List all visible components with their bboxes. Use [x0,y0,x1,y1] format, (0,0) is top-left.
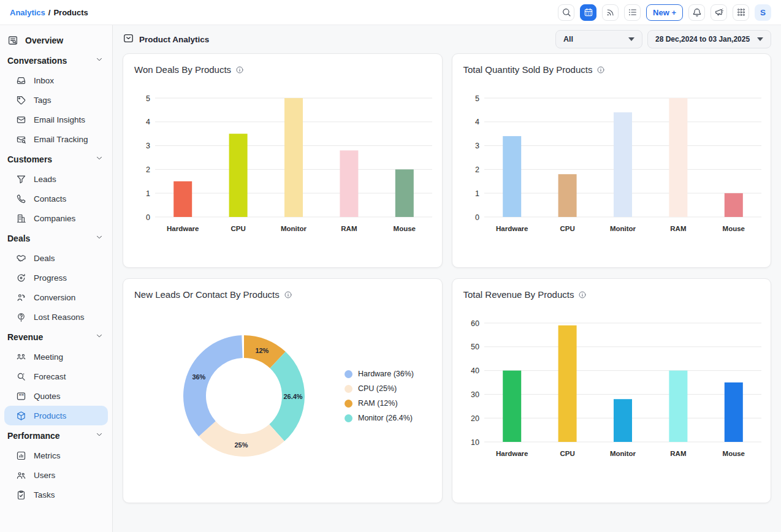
date-range-value: 28 Dec,2024 to 03 Jan,2025 [655,35,750,44]
sidebar-item-tasks[interactable]: Tasks [0,485,112,504]
card-title-label: Total Revenue By Products [463,289,574,300]
broadcast-icon[interactable] [602,4,619,21]
apps-grid-icon[interactable] [733,4,749,21]
sidebar-item-meeting[interactable]: Meeting [0,347,112,367]
megaphone-icon[interactable] [711,4,727,21]
sidebar-item-email-tracking[interactable]: Email Tracking [0,129,112,149]
breadcrumb-separator: / [48,8,51,17]
sidebar-item-label: Email Insights [34,115,85,124]
sidebar-item-label: Meeting [34,352,63,362]
svg-text:10: 10 [471,438,479,447]
email-insights-icon [16,115,26,125]
sidebar-item-companies[interactable]: Companies [0,208,112,228]
sidebar-item-label: Users [34,471,55,480]
legend-item-cpu-25: CPU (25%) [345,384,414,393]
date-range-dropdown[interactable]: 28 Dec,2024 to 03 Jan,2025 [647,30,771,48]
user-avatar[interactable]: S [755,4,771,21]
svg-text:40: 40 [471,367,479,375]
legend-dot [345,385,352,393]
card-title: Total Quantity Sold By Products [452,54,771,75]
svg-text:3: 3 [475,142,479,150]
bell-icon[interactable] [688,4,705,21]
card-total-revenue: Total Revenue By Products 102030405060Ha… [452,278,772,503]
sidebar-section-label: Revenue [7,332,43,342]
sidebar-item-label: Contacts [34,194,66,203]
users-icon [16,470,26,481]
legend-label: Monitor (26.4%) [358,414,413,422]
donut-legend: Hardware (36%) CPU (25%) RAM (12%) Monit… [345,370,414,422]
sidebar-section-conversations[interactable]: Conversations [0,50,112,70]
sidebar-item-label: Overview [25,36,63,45]
card-title-label: Won Deals By Products [134,64,231,75]
category-filter-dropdown[interactable]: All [555,30,642,48]
search-icon[interactable] [558,4,574,21]
sidebar-item-tags[interactable]: Tags [0,90,112,110]
svg-text:4: 4 [146,118,150,126]
email-tracking-icon [16,134,26,145]
sidebar-item-metrics[interactable]: Metrics [0,446,112,465]
page-header: Product Analytics All 28 Dec,2024 to 03 … [123,25,771,53]
conversion-icon [16,292,26,303]
page-title: Product Analytics [123,32,209,46]
svg-text:36%: 36% [192,373,205,381]
svg-text:RAM: RAM [341,225,357,232]
svg-text:Mouse: Mouse [722,225,744,232]
svg-text:30: 30 [471,390,479,399]
svg-text:Hardware: Hardware [167,225,199,232]
legend-item-monitor-26-4: Monitor (26.4%) [345,414,414,422]
card-title-label: Total Quantity Sold By Products [463,64,593,75]
sidebar-item-forecast[interactable]: Forecast [0,367,112,386]
sidebar-item-inbox[interactable]: Inbox [0,70,112,90]
legend-label: CPU (25%) [358,384,397,393]
info-icon[interactable] [235,66,244,74]
card-quantity-sold: Total Quantity Sold By Products 012345Ha… [452,53,772,268]
svg-text:26.4%: 26.4% [283,393,302,400]
sidebar-section-revenue[interactable]: Revenue [0,327,112,347]
sidebar-item-label: Inbox [34,76,54,85]
list-icon[interactable] [624,4,641,21]
card-title-label: New Leads Or Contact By Products [134,289,280,300]
leads-icon [16,174,26,184]
donut-wrap: 12%26.4%25%36% Hardware (36%) CPU (25%) … [133,314,436,498]
sidebar-section-performance[interactable]: Performance [0,425,112,446]
sidebar-item-leads[interactable]: Leads [0,169,112,189]
card-title: Won Deals By Products [123,54,442,75]
sidebar-item-conversion[interactable]: Conversion [0,287,112,307]
sidebar-item-label: Conversion [34,293,75,302]
sidebar-item-contacts[interactable]: Contacts [0,189,112,208]
sidebar-item-quotes[interactable]: ”” Quotes [0,386,112,406]
total-revenue-chart: 102030405060HardwareCPUMonitorRAMMouse [452,300,771,466]
bar-chart: 012345HardwareCPUMonitorRAMMouse [133,89,436,239]
sidebar-item-label: Progress [34,273,67,283]
svg-text:5: 5 [475,94,479,103]
bar-chart: 102030405060HardwareCPUMonitorRAMMouse [462,314,765,464]
sidebar-section-deals[interactable]: Deals [0,228,112,248]
svg-text:2: 2 [146,165,150,174]
info-icon[interactable] [596,66,605,74]
sidebar-item-products[interactable]: Products [4,406,108,425]
info-icon[interactable] [578,291,587,299]
sidebar-item-deals[interactable]: Deals [0,248,112,268]
new-button[interactable]: New + [646,4,683,21]
sidebar-item-lost-reasons[interactable]: Lost Reasons [0,307,112,327]
svg-text:5: 5 [146,94,150,103]
won-deals-chart: 012345HardwareCPUMonitorRAMMouse [123,75,442,241]
sidebar-item-users[interactable]: Users [0,465,112,485]
breadcrumb-analytics-link[interactable]: Analytics [10,8,45,17]
sidebar-item-email-insights[interactable]: Email Insights [0,110,112,129]
chevron-down-icon [95,430,104,441]
sidebar-section-customers[interactable]: Customers [0,149,112,169]
sidebar-item-progress[interactable]: Progress [0,268,112,287]
svg-text:3: 3 [146,142,150,150]
new-leads-donut-chart: 12%26.4%25%36% Hardware (36%) CPU (25%) … [123,300,442,498]
page-title-label: Product Analytics [139,35,209,44]
sidebar-item-overview[interactable]: Overview [0,31,112,50]
legend-dot [345,414,352,422]
legend-label: Hardware (36%) [358,370,414,378]
filters: All 28 Dec,2024 to 03 Jan,2025 [555,30,771,48]
svg-text:Hardware: Hardware [495,450,527,457]
info-icon[interactable] [284,291,292,299]
calendar-icon[interactable] [580,4,596,21]
category-filter-value: All [563,35,573,44]
sidebar-section-label: Deals [7,234,30,243]
